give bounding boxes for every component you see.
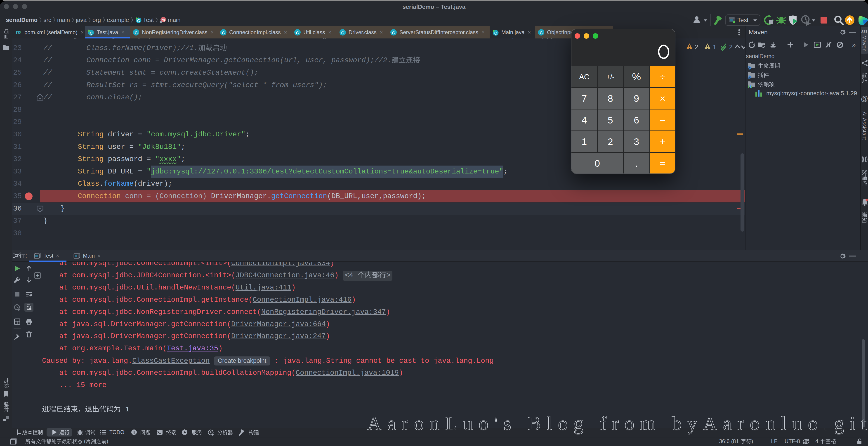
svg-text:2: 2 [695, 43, 698, 51]
svg-text:2: 2 [729, 43, 733, 51]
svg-text:C: C [296, 31, 299, 35]
svg-text:C: C [494, 31, 497, 35]
svg-text:C: C [137, 19, 140, 23]
svg-text:1: 1 [713, 43, 716, 51]
svg-text:C: C [392, 31, 395, 35]
svg-text:C: C [90, 31, 93, 35]
svg-text:m: m [16, 28, 21, 36]
svg-text:C: C [341, 31, 344, 35]
svg-text:C: C [222, 31, 225, 35]
svg-text:C: C [539, 31, 543, 35]
svg-text:C: C [134, 31, 138, 35]
